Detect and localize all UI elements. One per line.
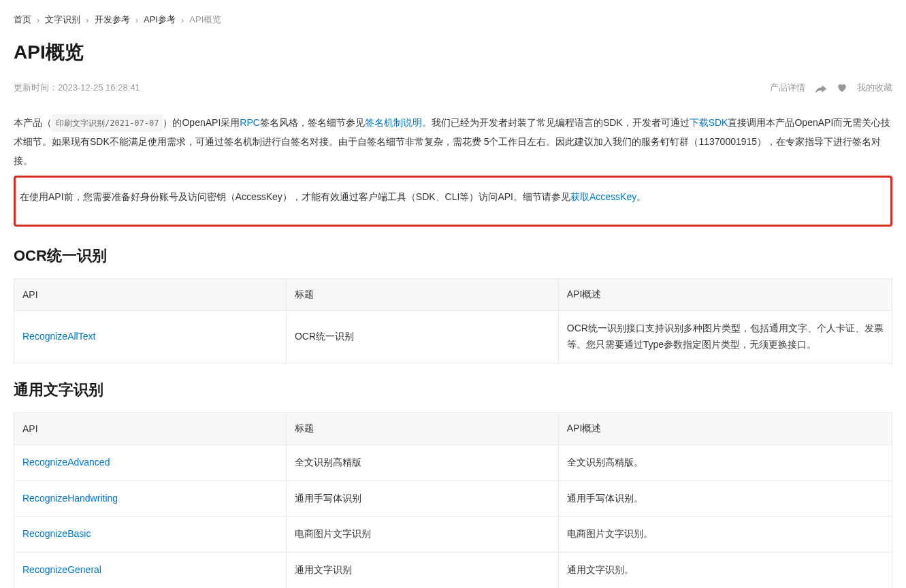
api-title: 通用手写体识别 bbox=[286, 480, 558, 517]
chevron-right-icon: › bbox=[37, 15, 39, 25]
product-detail-link[interactable]: 产品详情 bbox=[770, 82, 805, 94]
page-title: API概览 bbox=[14, 39, 892, 65]
breadcrumb-item[interactable]: 开发参考 bbox=[95, 14, 130, 26]
table-header-desc: API概述 bbox=[558, 412, 892, 444]
api-link[interactable]: RecognizeHandwriting bbox=[22, 493, 118, 504]
api-link[interactable]: RecognizeAllText bbox=[22, 331, 95, 342]
api-title: 电商图片文字识别 bbox=[286, 517, 558, 553]
my-favorite-link[interactable]: 我的收藏 bbox=[857, 82, 892, 94]
get-accesskey-link[interactable]: 获取AccessKey bbox=[570, 191, 636, 202]
table-header-title: 标题 bbox=[286, 412, 558, 444]
rpc-link[interactable]: RPC bbox=[240, 117, 260, 128]
sign-mechanism-link[interactable]: 签名机制说明 bbox=[365, 117, 422, 128]
breadcrumb: 首页 › 文字识别 › 开发参考 › API参考 › API概览 bbox=[14, 14, 892, 26]
section-heading: OCR统一识别 bbox=[14, 246, 892, 266]
intro-paragraph: 本产品（印刷文字识别/2021-07-07）的OpenAPI采用RPC签名风格，… bbox=[14, 113, 892, 170]
product-version-chip: 印刷文字识别/2021-07-07 bbox=[52, 114, 163, 132]
api-link[interactable]: RecognizeGeneral bbox=[22, 564, 101, 575]
api-desc: 全文识别高精版。 bbox=[558, 444, 892, 480]
api-title: 全文识别高精版 bbox=[286, 444, 558, 480]
meta-row: 更新时间：2023-12-25 16:28:41 产品详情 我的收藏 bbox=[14, 82, 892, 94]
table-header-title: 标题 bbox=[286, 279, 558, 311]
api-desc: OCR统一识别接口支持识别多种图片类型，包括通用文字、个人卡证、发票等。您只需要… bbox=[558, 311, 892, 363]
api-link[interactable]: RecognizeAdvanced bbox=[22, 457, 110, 468]
breadcrumb-current: API概览 bbox=[189, 14, 221, 26]
api-title: 通用文字识别 bbox=[286, 553, 558, 588]
chevron-right-icon: › bbox=[181, 15, 184, 25]
table-row: RecognizeHandwriting 通用手写体识别 通用手写体识别。 bbox=[14, 480, 892, 517]
table-row: RecognizeGeneral 通用文字识别 通用文字识别。 bbox=[14, 553, 892, 588]
table-row: RecognizeAdvanced 全文识别高精版 全文识别高精版。 bbox=[14, 444, 892, 480]
section-heading: 通用文字识别 bbox=[14, 380, 892, 400]
heart-icon[interactable] bbox=[837, 83, 847, 93]
api-link[interactable]: RecognizeBasic bbox=[22, 528, 91, 539]
api-table-ocr-unified: API 标题 API概述 RecognizeAllText OCR统一识别 OC… bbox=[14, 278, 892, 363]
table-row: RecognizeAllText OCR统一识别 OCR统一识别接口支持识别多种… bbox=[14, 311, 892, 363]
api-table-general-text: API 标题 API概述 RecognizeAdvanced 全文识别高精版 全… bbox=[14, 412, 892, 588]
breadcrumb-item[interactable]: 文字识别 bbox=[45, 14, 80, 26]
chevron-right-icon: › bbox=[86, 15, 88, 25]
api-desc: 通用手写体识别。 bbox=[558, 480, 892, 517]
update-time: 更新时间：2023-12-25 16:28:41 bbox=[14, 82, 140, 94]
table-header-api: API bbox=[14, 279, 287, 311]
api-desc: 电商图片文字识别。 bbox=[558, 517, 892, 553]
download-sdk-link[interactable]: 下载SDK bbox=[690, 117, 728, 128]
breadcrumb-item[interactable]: API参考 bbox=[144, 14, 176, 26]
table-row: RecognizeBasic 电商图片文字识别 电商图片文字识别。 bbox=[14, 517, 892, 553]
breadcrumb-item[interactable]: 首页 bbox=[14, 14, 31, 26]
share-icon[interactable] bbox=[815, 83, 827, 93]
highlight-notice: 在使用API前，您需要准备好身份账号及访问密钥（AccessKey），才能有效通… bbox=[14, 176, 892, 227]
api-desc: 通用文字识别。 bbox=[558, 553, 892, 588]
table-header-api: API bbox=[14, 412, 287, 444]
chevron-right-icon: › bbox=[135, 15, 138, 25]
table-header-desc: API概述 bbox=[558, 279, 892, 311]
api-title: OCR统一识别 bbox=[286, 311, 558, 363]
